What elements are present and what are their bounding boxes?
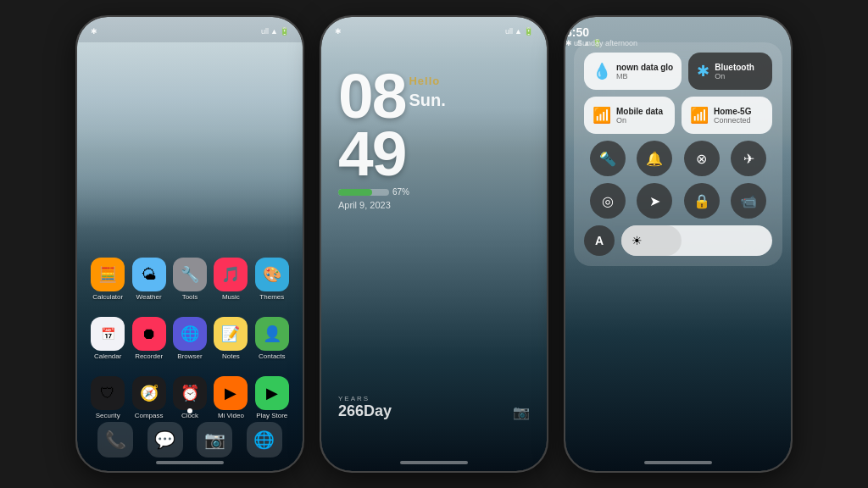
user-greeting: Sunday afternoon xyxy=(577,39,637,47)
phone-2-screen: ✱ ull ▲ 🔋 08 49 Hello Sun. xyxy=(321,17,547,471)
hello-text: Hello xyxy=(409,75,445,87)
wifi-2: ▲ xyxy=(515,27,522,36)
data-tile-info: nown data glo MB xyxy=(616,63,673,80)
contacts-icon: 👤 xyxy=(255,317,289,351)
cc-video-btn[interactable]: 📹 xyxy=(731,183,766,219)
cc-airplane-btn[interactable]: ✈ xyxy=(731,141,766,176)
clock-icon: ⏰ xyxy=(173,376,207,410)
cc-mute-btn[interactable]: 🔔 xyxy=(637,141,672,176)
app-music[interactable]: 🎵 Music xyxy=(214,258,248,302)
browser-label: Browser xyxy=(177,353,202,361)
big-clock: 08 49 Hello Sun. xyxy=(338,68,530,182)
clock-min: 49 xyxy=(338,125,405,183)
cc-user-label: EA xyxy=(565,17,791,25)
clock-hour: 08 xyxy=(338,68,405,125)
brightness-sun-icon: ☀ xyxy=(632,234,643,247)
status-left: ✱ xyxy=(91,27,97,36)
wifi-tile-sub: Connected xyxy=(714,116,764,125)
status-right: ull ▲ 🔋 xyxy=(261,27,289,36)
app-grid: 🧮 Calculator 🌤 Weather 🔧 Tools 🎵 Music 🎨… xyxy=(91,258,289,302)
cc-icon-row-2: ◎ ➤ 🔒 📹 xyxy=(584,183,772,219)
wifi-tile-info: Home-5G Connected xyxy=(714,107,764,125)
clock-digits: 08 49 xyxy=(338,68,405,182)
weather-icon: 🌤 xyxy=(132,258,166,291)
music-label: Music xyxy=(222,294,240,302)
calendar-label: Calendar xyxy=(94,353,121,361)
cc-bt-icon: ✱ xyxy=(565,39,572,47)
app-notes[interactable]: 📝 Notes xyxy=(214,317,248,361)
tools-label: Tools xyxy=(182,294,198,302)
phone-3: EA 8:50 ✱ ull ▲ 🔋 Sunday afternoon 💧 now… xyxy=(564,15,793,473)
status-bt-2: ✱ xyxy=(335,27,342,36)
app-calculator[interactable]: 🧮 Calculator xyxy=(91,258,125,302)
app-clock[interactable]: ⏰ Clock xyxy=(173,376,207,420)
battery-percentage: 67% xyxy=(392,187,409,197)
app-themes[interactable]: 🎨 Themes xyxy=(255,258,289,302)
app-weather[interactable]: 🌤 Weather xyxy=(131,258,165,302)
cc-flashlight-btn[interactable]: 🔦 xyxy=(590,141,626,176)
app-playstore[interactable]: ▶ Play Store xyxy=(255,376,289,420)
phone-1: ✱ ull ▲ 🔋 08:49 24 ○ Sun 🧮 Calculator 🌤 … xyxy=(75,15,304,473)
wifi-tile-name: Home-5G xyxy=(714,107,764,116)
bluetooth-tile-name: Bluetooth xyxy=(715,63,764,72)
clock-label: Clock xyxy=(181,413,198,420)
battery-2: 🔋 xyxy=(524,27,533,36)
app-compass[interactable]: 🧭 Compass xyxy=(131,376,165,420)
compass-label: Compass xyxy=(135,413,164,420)
phone-1-screen: ✱ ull ▲ 🔋 08:49 24 ○ Sun 🧮 Calculator 🌤 … xyxy=(77,17,303,471)
home-indicator-2[interactable] xyxy=(400,461,468,464)
calculator-label: Calculator xyxy=(92,294,123,302)
dock-phone[interactable]: 📞 xyxy=(97,422,133,458)
mobile-data-icon: 📶 xyxy=(593,106,611,125)
control-center-panel: 💧 nown data glo MB ✱ Bluetooth On xyxy=(574,42,782,266)
cc-tile-bluetooth[interactable]: ✱ Bluetooth On xyxy=(688,53,772,90)
mobile-tile-name: Mobile data xyxy=(616,107,666,116)
app-security[interactable]: 🛡 Security xyxy=(91,376,125,420)
status-right-2: ull ▲ 🔋 xyxy=(505,27,533,36)
wifi-tile-icon: 📶 xyxy=(690,106,709,125)
dock-messages[interactable]: 💬 xyxy=(147,422,183,458)
cc-clock: 8:50 xyxy=(565,25,791,39)
sun-text: Sun. xyxy=(409,91,445,110)
camera-bottom-icon[interactable]: 📷 xyxy=(513,404,530,420)
app-recorder[interactable]: ⏺ Recorder xyxy=(131,317,165,361)
data-tile-sub: MB xyxy=(616,72,673,80)
cc-tile-mobile[interactable]: 📶 Mobile data On xyxy=(584,97,675,134)
year-day: YEARS 266Day xyxy=(338,395,392,420)
app-tools[interactable]: 🔧 Tools xyxy=(173,258,207,302)
themes-icon: 🎨 xyxy=(255,258,289,291)
playstore-label: Play Store xyxy=(256,413,287,420)
cc-tile-data[interactable]: 💧 nown data glo MB xyxy=(584,53,682,90)
app-contacts[interactable]: 👤 Contacts xyxy=(255,317,289,361)
cc-tiles-top: 💧 nown data glo MB ✱ Bluetooth On xyxy=(584,53,772,90)
home-indicator-3[interactable] xyxy=(644,461,712,464)
notes-icon: 📝 xyxy=(214,317,248,351)
battery-icon: 🔋 xyxy=(280,27,289,36)
app-mivideo[interactable]: ▶ Mi Video xyxy=(214,376,248,420)
cc-airplay-btn[interactable]: ⊗ xyxy=(684,141,720,176)
recorder-icon: ⏺ xyxy=(132,317,166,351)
cc-location-btn[interactable]: ➤ xyxy=(637,183,672,219)
battery-fill xyxy=(338,189,372,196)
data-tile-name: nown data glo xyxy=(616,63,673,72)
home-indicator[interactable] xyxy=(156,461,224,464)
cc-focus-btn[interactable]: ◎ xyxy=(590,183,626,219)
contacts-label: Contacts xyxy=(259,353,286,361)
cc-auto-brightness-btn[interactable]: A xyxy=(584,225,615,256)
mivideo-label: Mi Video xyxy=(218,413,244,420)
phone-2: ✱ ull ▲ 🔋 08 49 Hello Sun. xyxy=(320,15,548,473)
cc-lock-btn[interactable]: 🔒 xyxy=(684,183,720,219)
signal-icon: ull xyxy=(261,27,269,36)
calculator-icon: 🧮 xyxy=(91,258,125,291)
status-bar-2: ✱ ull ▲ 🔋 xyxy=(335,24,533,39)
dock-camera[interactable]: 📷 xyxy=(197,422,232,458)
dock-browser[interactable]: 🌐 xyxy=(247,422,282,458)
app-browser[interactable]: 🌐 Browser xyxy=(173,317,207,361)
status-bar: ✱ ull ▲ 🔋 xyxy=(91,24,289,39)
calendar-icon: 📅 xyxy=(91,317,125,351)
cc-brightness-slider[interactable]: ☀ xyxy=(621,225,772,256)
cc-tile-wifi[interactable]: 📶 Home-5G Connected xyxy=(682,97,772,134)
app-calendar[interactable]: 📅 Calendar xyxy=(91,317,125,361)
weather-label: Weather xyxy=(136,294,162,302)
brightness-fill xyxy=(621,225,682,256)
